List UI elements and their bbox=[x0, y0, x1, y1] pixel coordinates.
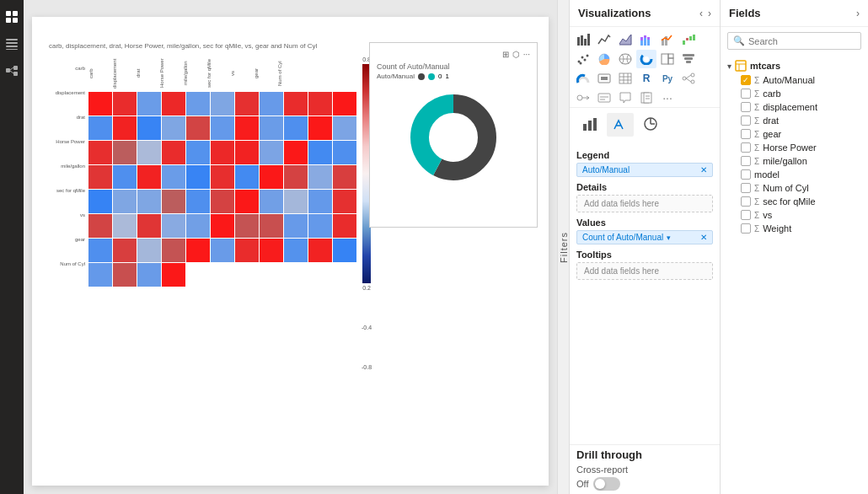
heatmap-cell[interactable] bbox=[88, 263, 112, 287]
heatmap-cell[interactable] bbox=[308, 165, 332, 189]
viz-paginated[interactable] bbox=[636, 89, 656, 107]
fields-item[interactable]: ΣWeight bbox=[727, 222, 861, 235]
fields-search-box[interactable]: 🔍 bbox=[727, 32, 861, 50]
heatmap-cell[interactable] bbox=[211, 239, 234, 262]
heatmap-cell[interactable] bbox=[137, 263, 161, 287]
heatmap-cell[interactable] bbox=[113, 190, 137, 213]
fields-checkbox[interactable] bbox=[741, 102, 751, 112]
donut-visual[interactable]: ⊞ ⬡ ··· Count of Auto/Manual Auto/Manual… bbox=[369, 42, 538, 228]
viz-smart-narrative[interactable] bbox=[594, 89, 614, 107]
viz-key-influencers[interactable] bbox=[573, 89, 593, 107]
heatmap-cell[interactable] bbox=[186, 116, 210, 140]
heatmap-cell[interactable] bbox=[284, 190, 308, 213]
viz-r-visual[interactable]: R bbox=[636, 69, 656, 88]
heatmap-cell[interactable] bbox=[333, 214, 356, 238]
details-drop-zone[interactable]: Add data fields here bbox=[576, 195, 713, 212]
heatmap-cell[interactable] bbox=[308, 116, 332, 140]
viz-waterfall[interactable] bbox=[678, 30, 699, 49]
viz-panel-back-chevron[interactable]: ‹ bbox=[699, 8, 703, 19]
heatmap-cell[interactable] bbox=[235, 92, 259, 115]
heatmap-cell[interactable] bbox=[186, 190, 210, 213]
heatmap-cell[interactable] bbox=[113, 92, 137, 115]
heatmap-cell[interactable] bbox=[235, 214, 259, 238]
heatmap-cell[interactable] bbox=[260, 214, 283, 238]
heatmap-cell[interactable] bbox=[162, 165, 185, 189]
tooltips-drop-zone[interactable]: Add data fields here bbox=[576, 262, 713, 280]
fields-item[interactable]: ΣNum of Cyl bbox=[727, 181, 861, 195]
viz-funnel[interactable] bbox=[678, 50, 699, 68]
heatmap-cell[interactable] bbox=[137, 214, 161, 238]
data-view-icon[interactable] bbox=[2, 34, 22, 54]
values-chip-remove[interactable]: ✕ bbox=[700, 233, 707, 242]
heatmap-cell[interactable] bbox=[260, 239, 283, 262]
heatmap-cell[interactable] bbox=[260, 92, 283, 115]
fields-checkbox[interactable] bbox=[741, 169, 751, 180]
heatmap-cell[interactable] bbox=[137, 141, 161, 164]
fields-item[interactable]: ΣHorse Power bbox=[727, 141, 861, 154]
viz-treemap[interactable] bbox=[657, 50, 678, 68]
heatmap-cell[interactable] bbox=[113, 141, 137, 164]
heatmap-cell[interactable] bbox=[308, 141, 332, 164]
fields-checkbox[interactable] bbox=[741, 89, 751, 99]
heatmap-cell[interactable] bbox=[162, 92, 185, 115]
viz-map[interactable] bbox=[615, 50, 635, 68]
heatmap-cell[interactable] bbox=[113, 263, 137, 287]
filter-icon[interactable]: ⊞ bbox=[502, 50, 509, 59]
fields-checkbox[interactable] bbox=[741, 183, 751, 193]
heatmap-cell[interactable] bbox=[235, 116, 259, 140]
viz-panel-fwd-chevron[interactable]: › bbox=[708, 8, 711, 19]
fields-group-header-0[interactable]: ▾ mtcars bbox=[727, 58, 861, 73]
viz-area-chart[interactable] bbox=[615, 30, 635, 49]
heatmap-cell[interactable] bbox=[186, 141, 210, 164]
heatmap-cell[interactable] bbox=[308, 239, 332, 262]
fields-item[interactable]: Σvs bbox=[727, 208, 861, 222]
fields-item[interactable]: Σdisplacement bbox=[727, 100, 861, 114]
viz-gauge[interactable] bbox=[573, 69, 593, 88]
viz-combo-chart[interactable] bbox=[657, 30, 678, 49]
fields-item[interactable]: Σdrat bbox=[727, 114, 861, 127]
heatmap-cell[interactable] bbox=[88, 165, 112, 189]
legend-chip-remove[interactable]: ✕ bbox=[700, 165, 707, 175]
more-icon[interactable]: ··· bbox=[523, 50, 530, 59]
fields-item[interactable]: Σsec for qMile bbox=[727, 195, 861, 208]
viz-scatter[interactable] bbox=[573, 50, 593, 68]
heatmap-cell[interactable] bbox=[308, 214, 332, 238]
model-view-icon[interactable] bbox=[2, 61, 22, 81]
heatmap-cell[interactable] bbox=[333, 116, 356, 140]
viz-tab-build[interactable] bbox=[576, 113, 603, 137]
fields-checkbox[interactable] bbox=[741, 115, 751, 126]
heatmap-cell[interactable] bbox=[235, 165, 259, 189]
viz-donut[interactable] bbox=[636, 50, 656, 68]
heatmap-cell[interactable] bbox=[284, 116, 308, 140]
fields-panel-chevron[interactable]: › bbox=[856, 8, 860, 19]
heatmap-cell[interactable] bbox=[333, 190, 356, 213]
fields-item[interactable]: ✓ΣAuto/Manual bbox=[727, 73, 861, 87]
heatmap-cell[interactable] bbox=[162, 214, 185, 238]
heatmap-cell[interactable] bbox=[211, 141, 234, 164]
fields-search-input[interactable] bbox=[748, 36, 865, 46]
heatmap-cell[interactable] bbox=[186, 239, 210, 262]
viz-tab-analytics[interactable] bbox=[637, 113, 664, 137]
fields-item[interactable]: model bbox=[727, 168, 861, 181]
cross-report-toggle[interactable] bbox=[593, 477, 620, 491]
report-view-icon[interactable] bbox=[2, 7, 22, 27]
filters-panel[interactable]: Filters bbox=[557, 0, 569, 494]
viz-card[interactable] bbox=[594, 69, 614, 88]
heatmap-cell[interactable] bbox=[186, 165, 210, 189]
values-chip-dropdown[interactable]: ▾ bbox=[667, 234, 671, 242]
heatmap-cell[interactable] bbox=[186, 214, 210, 238]
heatmap-cell[interactable] bbox=[186, 92, 210, 115]
heatmap-cell[interactable] bbox=[113, 214, 137, 238]
heatmap-cell[interactable] bbox=[88, 190, 112, 213]
heatmap-cell[interactable] bbox=[284, 92, 308, 115]
heatmap-cell[interactable] bbox=[235, 141, 259, 164]
heatmap-cell[interactable] bbox=[211, 116, 234, 140]
fields-item[interactable]: Σmile/gallon bbox=[727, 154, 861, 168]
heatmap-cell[interactable] bbox=[162, 141, 185, 164]
fields-item[interactable]: Σgear bbox=[727, 127, 861, 141]
heatmap-cell[interactable] bbox=[162, 263, 185, 287]
heatmap-cell[interactable] bbox=[88, 239, 112, 262]
heatmap-cell[interactable] bbox=[162, 190, 185, 213]
viz-matrix[interactable] bbox=[615, 69, 635, 88]
heatmap-cell[interactable] bbox=[137, 239, 161, 262]
